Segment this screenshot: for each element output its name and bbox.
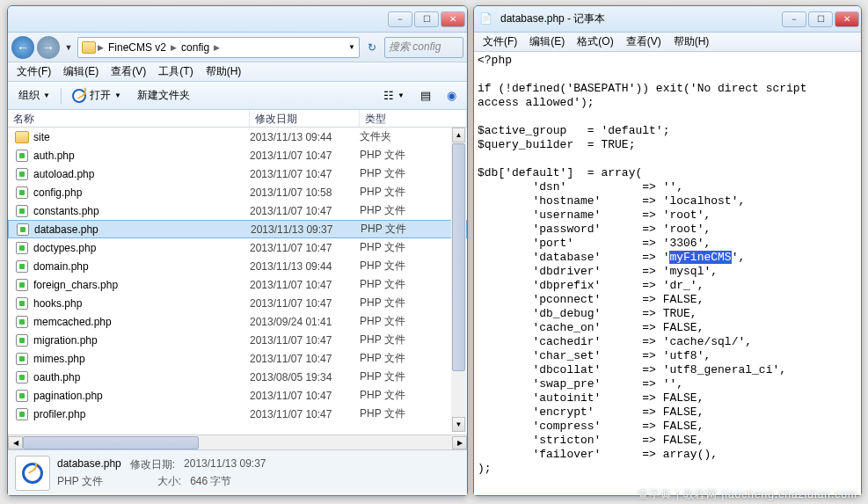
file-name: config.php	[33, 186, 82, 199]
php-file-icon	[15, 167, 29, 181]
file-name: migration.php	[33, 334, 98, 347]
text-editor[interactable]: <?php if (!defined('BASEPATH')) exit('No…	[474, 52, 861, 495]
file-date: 2013/11/07 10:47	[250, 334, 360, 347]
menu-view[interactable]: 查看(V)	[621, 33, 667, 51]
menu-format[interactable]: 格式(O)	[572, 33, 618, 51]
php-file-icon	[15, 186, 29, 200]
file-row[interactable]: foreign_chars.php2013/11/07 10:47PHP 文件	[8, 275, 467, 294]
forward-button[interactable]: →	[37, 36, 60, 59]
ie-icon	[22, 463, 43, 484]
breadcrumb-item[interactable]: FineCMS v2	[106, 41, 169, 54]
scroll-right-button[interactable]: ▶	[452, 436, 467, 449]
column-name[interactable]: 名称	[8, 110, 250, 127]
file-row[interactable]: site2013/11/13 09:44文件夹	[8, 128, 467, 146]
file-row[interactable]: migration.php2013/11/07 10:47PHP 文件	[8, 331, 467, 349]
refresh-button[interactable]: ↻	[362, 41, 382, 54]
column-date[interactable]: 修改日期	[250, 110, 360, 127]
chevron-right-icon[interactable]: ▶	[214, 43, 220, 52]
open-button[interactable]: 打开 ▼	[67, 85, 127, 106]
php-file-icon	[15, 315, 29, 329]
file-row[interactable]: auth.php2013/11/07 10:47PHP 文件	[8, 146, 467, 164]
minimize-button[interactable]: －	[388, 11, 412, 27]
file-name: oauth.php	[33, 371, 80, 383]
menu-edit[interactable]: 编辑(E)	[524, 33, 570, 51]
explorer-titlebar[interactable]: － ☐ ✕	[8, 6, 467, 33]
file-date: 2013/09/24 01:41	[250, 316, 360, 328]
chevron-right-icon[interactable]: ▶	[98, 43, 104, 52]
scroll-thumb[interactable]	[452, 143, 465, 371]
vertical-scrollbar[interactable]: ▲ ▼	[451, 128, 466, 432]
file-name: foreign_chars.php	[33, 279, 118, 291]
chevron-right-icon[interactable]: ▶	[171, 43, 177, 52]
preview-pane-button[interactable]: ▤	[415, 86, 436, 105]
file-row[interactable]: mimes.php2013/11/07 10:47PHP 文件	[8, 349, 467, 368]
file-name: mimes.php	[33, 353, 85, 365]
scroll-up-button[interactable]: ▲	[452, 128, 465, 142]
breadcrumb[interactable]: ▶ FineCMS v2 ▶ config ▶ ▼	[77, 37, 360, 58]
file-row[interactable]: config.php2013/11/07 10:58PHP 文件	[8, 183, 467, 201]
minimize-button[interactable]: －	[782, 11, 806, 27]
ie-icon	[72, 89, 86, 103]
php-file-icon	[15, 352, 29, 366]
php-file-icon	[15, 204, 29, 218]
scroll-left-button[interactable]: ◀	[8, 436, 23, 449]
php-file-icon	[15, 241, 29, 255]
dropdown-icon[interactable]: ▼	[348, 43, 355, 51]
file-row[interactable]: oauth.php2013/08/05 19:34PHP 文件	[8, 368, 467, 386]
menu-file[interactable]: 文件(F)	[478, 33, 522, 51]
menu-file[interactable]: 文件(F)	[11, 62, 56, 81]
menu-edit[interactable]: 编辑(E)	[58, 62, 104, 81]
file-row[interactable]: database.php2013/11/13 09:37PHP 文件	[8, 220, 467, 238]
organize-button[interactable]: 组织 ▼	[13, 85, 55, 106]
file-row[interactable]: hooks.php2013/11/07 10:47PHP 文件	[8, 294, 467, 312]
file-row[interactable]: domain.php2013/11/13 09:44PHP 文件	[8, 257, 467, 275]
selected-text: myFineCMS	[669, 251, 731, 264]
file-name: auth.php	[33, 150, 75, 162]
folder-icon	[82, 41, 96, 54]
history-dropdown[interactable]: ▼	[62, 43, 75, 52]
file-name: pagination.php	[33, 390, 103, 402]
file-date: 2013/11/07 10:47	[250, 390, 360, 402]
menu-help[interactable]: 帮助(H)	[201, 62, 247, 81]
back-button[interactable]: ←	[11, 36, 34, 59]
notepad-window: 📄 database.php - 记事本 － ☐ ✕ 文件(F) 编辑(E) 格…	[473, 5, 862, 496]
php-file-icon	[15, 370, 29, 384]
file-name: database.php	[34, 223, 98, 236]
close-button[interactable]: ✕	[835, 11, 859, 27]
new-folder-button[interactable]: 新建文件夹	[132, 85, 195, 106]
file-date: 2013/11/07 10:47	[250, 168, 360, 180]
file-date: 2013/11/07 10:47	[250, 150, 360, 162]
status-type: PHP 文件	[57, 474, 103, 489]
file-row[interactable]: constants.php2013/11/07 10:47PHP 文件	[8, 201, 467, 220]
explorer-menubar: 文件(F) 编辑(E) 查看(V) 工具(T) 帮助(H)	[8, 62, 467, 82]
file-type: PHP 文件	[361, 222, 466, 237]
notepad-titlebar[interactable]: 📄 database.php - 记事本 － ☐ ✕	[474, 6, 861, 33]
scroll-thumb[interactable]	[23, 436, 199, 449]
php-file-icon	[15, 259, 29, 274]
notepad-menubar: 文件(F) 编辑(E) 格式(O) 查看(V) 帮助(H)	[474, 33, 861, 52]
file-row[interactable]: doctypes.php2013/11/07 10:47PHP 文件	[8, 238, 467, 257]
help-button[interactable]: ◉	[441, 86, 462, 105]
details-pane: database.php 修改日期: 2013/11/13 09:37 PHP …	[8, 449, 467, 495]
file-row[interactable]: pagination.php2013/11/07 10:47PHP 文件	[8, 386, 467, 405]
file-row[interactable]: profiler.php2013/11/07 10:47PHP 文件	[8, 405, 467, 423]
menu-view[interactable]: 查看(V)	[106, 62, 151, 81]
close-button[interactable]: ✕	[441, 11, 465, 27]
file-list[interactable]: site2013/11/13 09:44文件夹auth.php2013/11/0…	[8, 128, 467, 435]
breadcrumb-item[interactable]: config	[179, 41, 212, 54]
menu-tools[interactable]: 工具(T)	[153, 62, 198, 81]
file-row[interactable]: autoload.php2013/11/07 10:47PHP 文件	[8, 164, 467, 183]
view-options-button[interactable]: ☷ ▼	[378, 86, 410, 105]
php-file-icon	[15, 407, 29, 421]
file-date: 2013/11/13 09:44	[250, 131, 360, 143]
maximize-button[interactable]: ☐	[808, 11, 833, 27]
file-row[interactable]: memcached.php2013/09/24 01:41PHP 文件	[8, 312, 467, 331]
scroll-down-button[interactable]: ▼	[452, 417, 465, 432]
horizontal-scrollbar[interactable]: ◀ ▶	[8, 435, 467, 449]
file-preview-icon	[15, 456, 50, 491]
column-type[interactable]: 类型	[360, 110, 467, 127]
search-input[interactable]: 搜索 config	[384, 37, 463, 58]
maximize-button[interactable]: ☐	[414, 11, 439, 27]
menu-help[interactable]: 帮助(H)	[668, 33, 715, 51]
status-size-label: 大小:	[157, 474, 181, 489]
